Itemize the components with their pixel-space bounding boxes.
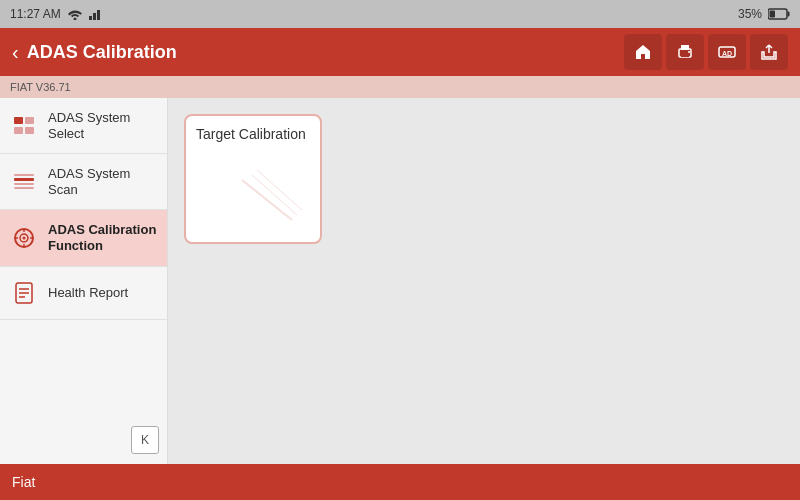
header: ‹ ADAS Calibration AD <box>0 28 800 76</box>
export-button[interactable] <box>750 34 788 70</box>
adas-calibration-function-icon <box>10 224 38 252</box>
back-button[interactable]: ‹ <box>12 41 19 64</box>
version-label: FIAT V36.71 <box>10 81 71 93</box>
svg-rect-15 <box>25 127 34 134</box>
adas-system-select-label: ADAS System Select <box>48 110 157 141</box>
svg-point-9 <box>688 51 690 53</box>
health-report-label: Health Report <box>48 285 128 301</box>
sidebar-item-adas-calibration-function[interactable]: ADAS Calibration Function <box>0 210 167 266</box>
header-icons: AD <box>624 34 788 70</box>
svg-rect-19 <box>14 187 34 189</box>
svg-rect-7 <box>681 45 689 50</box>
svg-rect-8 <box>681 53 689 57</box>
svg-rect-4 <box>788 12 790 17</box>
signal-icon <box>89 8 105 20</box>
header-left: ‹ ADAS Calibration <box>12 41 177 64</box>
battery-icon <box>768 8 790 20</box>
print-button[interactable] <box>666 34 704 70</box>
svg-rect-12 <box>14 117 23 124</box>
adas-system-scan-icon <box>10 168 38 196</box>
sidebar-item-adas-system-scan[interactable]: ADAS System Scan <box>0 154 167 210</box>
svg-rect-2 <box>97 10 100 20</box>
svg-line-33 <box>257 170 302 210</box>
svg-line-32 <box>252 175 297 215</box>
target-calibration-card[interactable]: Target Calibration <box>184 114 322 244</box>
bottom-bar-text: Fiat <box>12 474 35 490</box>
page-title: ADAS Calibration <box>27 42 177 63</box>
sidebar-item-health-report[interactable]: Health Report <box>0 267 167 320</box>
svg-rect-16 <box>14 178 34 181</box>
svg-rect-5 <box>770 11 776 18</box>
health-report-icon <box>10 279 38 307</box>
svg-rect-13 <box>25 117 34 124</box>
wifi-icon <box>67 8 83 20</box>
card-watermark <box>232 170 312 234</box>
sidebar-item-adas-system-select[interactable]: ADAS System Select <box>0 98 167 154</box>
adas-button[interactable]: AD <box>708 34 746 70</box>
svg-rect-14 <box>14 127 23 134</box>
status-bar: 11:27 AM 35% <box>0 0 800 28</box>
adas-system-scan-label: ADAS System Scan <box>48 166 157 197</box>
status-left: 11:27 AM <box>10 7 105 21</box>
battery-percent: 35% <box>738 7 762 21</box>
content-area: Target Calibration <box>168 98 800 464</box>
svg-text:AD: AD <box>722 50 732 57</box>
main-layout: ADAS System Select ADAS System Scan <box>0 98 800 464</box>
target-calibration-label: Target Calibration <box>196 126 306 142</box>
svg-rect-18 <box>14 183 34 185</box>
home-button[interactable] <box>624 34 662 70</box>
status-right: 35% <box>738 7 790 21</box>
collapse-button[interactable]: K <box>131 426 159 454</box>
subtitle-bar: FIAT V36.71 <box>0 76 800 98</box>
svg-point-22 <box>23 236 26 239</box>
bottom-bar: Fiat <box>0 464 800 500</box>
adas-system-select-icon <box>10 112 38 140</box>
svg-rect-1 <box>93 13 96 20</box>
adas-calibration-function-label: ADAS Calibration Function <box>48 222 157 253</box>
time-display: 11:27 AM <box>10 7 61 21</box>
sidebar: ADAS System Select ADAS System Scan <box>0 98 168 464</box>
svg-rect-17 <box>14 174 34 176</box>
svg-line-31 <box>242 180 292 220</box>
svg-rect-0 <box>89 16 92 20</box>
collapse-icon: K <box>141 433 149 447</box>
